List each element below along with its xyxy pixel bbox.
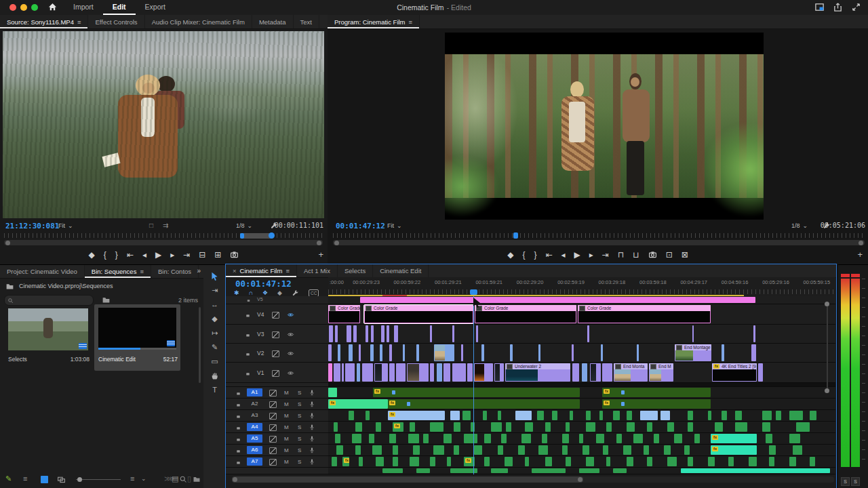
program-compare-button[interactable]: ⊡ <box>666 247 673 263</box>
timeline-clip[interactable] <box>762 411 772 420</box>
timeline-clip[interactable]: fx <box>388 411 445 420</box>
track-header-V3[interactable]: V3 <box>226 325 328 344</box>
timeline-clip[interactable] <box>437 363 442 382</box>
source-tab-2[interactable]: Audio Clip Mixer: Cinematic Film <box>145 15 252 28</box>
timeline-clip[interactable] <box>601 344 603 361</box>
timeline-clip[interactable] <box>494 363 504 382</box>
timeline-clip[interactable] <box>586 457 594 466</box>
hand-tool[interactable] <box>210 371 219 380</box>
timeline-clip[interactable] <box>430 457 435 466</box>
timeline-clip[interactable] <box>328 388 337 397</box>
mute-button[interactable]: M <box>284 424 289 430</box>
timeline-clip[interactable] <box>452 325 454 342</box>
panel-menu-icon[interactable]: ≡ <box>140 265 144 278</box>
program-mark_in-button[interactable]: { <box>522 247 525 263</box>
track-name-V3[interactable]: V3 <box>257 331 264 338</box>
timeline-clip[interactable] <box>474 445 482 455</box>
timeline-clip[interactable] <box>359 344 361 361</box>
track-content-V3[interactable] <box>328 325 835 344</box>
timeline-ruler[interactable]: :00:0000:00:29:2300:00:59:2200:01:29:210… <box>328 277 835 296</box>
timeline-clip[interactable] <box>644 445 649 455</box>
timeline-clip[interactable] <box>450 411 460 420</box>
mute-button[interactable]: M <box>284 390 289 396</box>
timeline-clip[interactable] <box>452 363 466 382</box>
timeline-clip[interactable] <box>328 344 332 361</box>
scrollbar-dot-left[interactable] <box>5 241 10 245</box>
timeline-clip[interactable] <box>454 445 459 455</box>
track-content-V5[interactable] <box>328 296 835 304</box>
timeline-clip[interactable] <box>389 434 396 443</box>
track-content-A1[interactable]: fxfx <box>328 387 835 399</box>
icon-view-icon[interactable] <box>41 476 48 483</box>
timeline-clip[interactable] <box>366 411 370 420</box>
timeline-clip[interactable] <box>562 434 569 443</box>
lock-icon[interactable] <box>235 413 241 419</box>
timeline-clip[interactable] <box>461 344 463 361</box>
program-multicam-button[interactable]: ⊠ <box>682 247 688 263</box>
lock-icon[interactable] <box>235 424 241 430</box>
fullscreen-icon[interactable] <box>851 2 861 12</box>
razor-tool[interactable]: ◆ <box>203 314 226 323</box>
timeline-clip[interactable] <box>606 457 610 466</box>
timeline-clip[interactable] <box>654 434 659 443</box>
track-header-A8[interactable] <box>226 468 328 474</box>
timeline-clip[interactable] <box>684 445 690 455</box>
timeline-clip[interactable] <box>688 422 693 432</box>
add-marker-icon[interactable]: ◆ <box>277 289 282 296</box>
timeline-clip[interactable] <box>394 325 398 342</box>
timeline-clip-underwater-2[interactable]: Underwater 2 <box>505 363 570 382</box>
sync-lock-icon[interactable] <box>269 390 277 396</box>
project-item-selects[interactable]: Selects 1:03:08 <box>5 307 91 369</box>
timeline-clip[interactable] <box>382 468 403 473</box>
timeline-clip[interactable] <box>338 344 340 361</box>
track-header-A4[interactable]: A4MS <box>226 422 328 433</box>
menu-item-import[interactable]: Import <box>64 0 103 15</box>
program-button-editor-plus[interactable]: + <box>857 249 863 260</box>
mute-button[interactable]: M <box>284 401 289 407</box>
zoom-slider-track[interactable] <box>76 479 121 480</box>
timeline-clip[interactable] <box>389 344 392 361</box>
timeline-clip[interactable] <box>735 411 742 420</box>
timeline-hscrollbar-thumb[interactable] <box>232 476 583 483</box>
track-name-A4[interactable]: A4 <box>247 423 262 431</box>
timeline-clip[interactable] <box>476 325 478 342</box>
track-header-V1[interactable]: V1 <box>226 363 328 383</box>
scrollbar-dot-right[interactable] <box>859 241 863 245</box>
sync-lock-icon[interactable] <box>269 459 277 466</box>
source-button-editor-plus[interactable]: + <box>318 249 323 260</box>
timeline-clip[interactable] <box>749 457 757 466</box>
sync-lock-icon[interactable] <box>269 447 277 454</box>
timeline-vscrollbar-track[interactable] <box>827 304 828 393</box>
zoom-handle-left[interactable] <box>240 233 244 239</box>
workspace-icon[interactable] <box>814 2 825 12</box>
timeline-clip[interactable] <box>722 344 724 361</box>
timeline-clip[interactable] <box>352 434 361 443</box>
safe-margins-icon[interactable]: □ <box>149 222 153 229</box>
v5-collapsed-clip-bar[interactable] <box>360 297 755 303</box>
track-content-V1[interactable]: Underwater 2End MontaEnd Mfx4K End Title… <box>328 363 835 383</box>
solo-button[interactable]: S <box>298 424 301 430</box>
solo-right-button[interactable]: S <box>851 477 860 486</box>
toggle-track-output-eye-icon[interactable] <box>287 311 294 319</box>
cursor-tool[interactable] <box>210 272 219 281</box>
timeline-clip[interactable] <box>538 445 548 455</box>
track-header-V5[interactable]: V5 <box>226 296 328 304</box>
timeline-clip[interactable] <box>483 411 487 420</box>
source-step_back-button[interactable]: ◂ <box>142 247 146 263</box>
timeline-clip[interactable] <box>542 434 547 443</box>
window-minimize-button[interactable] <box>20 4 27 11</box>
timeline-clip[interactable] <box>491 468 508 473</box>
linked-selection-icon[interactable]: ❖ <box>262 289 268 296</box>
track-name-V4[interactable]: V4 <box>257 311 264 318</box>
timeline-clip[interactable] <box>579 434 583 443</box>
program-playhead[interactable] <box>513 232 518 239</box>
source-mini-ruler[interactable] <box>4 233 323 238</box>
hscroll-dot-left[interactable] <box>233 477 237 482</box>
program-scrollbar[interactable] <box>333 240 865 245</box>
timeline-clip[interactable] <box>370 344 374 361</box>
sync-lock-icon[interactable] <box>272 312 279 319</box>
close-tab-icon[interactable]: × <box>233 264 237 277</box>
window-close-button[interactable] <box>9 4 16 11</box>
program-play-button[interactable]: ▶ <box>574 247 580 263</box>
timeline-clip[interactable] <box>538 344 540 361</box>
